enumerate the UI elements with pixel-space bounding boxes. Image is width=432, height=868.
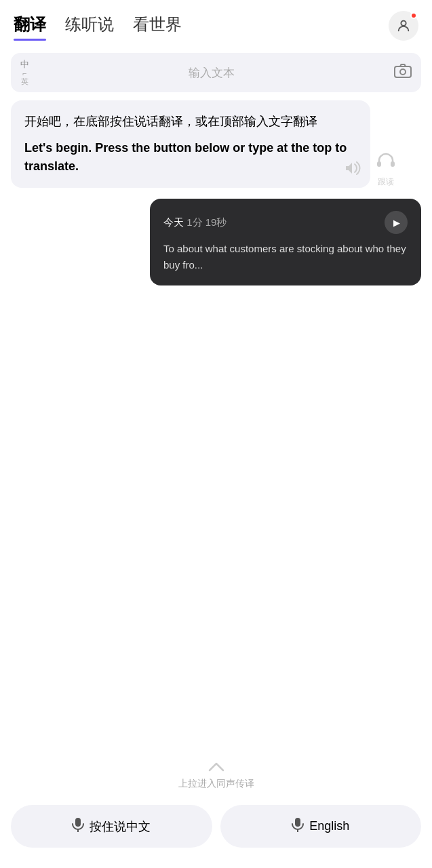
search-placeholder[interactable]: 输入文本 bbox=[36, 65, 387, 81]
speaker-icon[interactable] bbox=[345, 161, 361, 178]
follow-read-area[interactable]: 跟读 bbox=[376, 151, 396, 188]
headphone-icon bbox=[376, 151, 396, 174]
profile-icon bbox=[396, 18, 411, 33]
talk-chinese-button[interactable]: 按住说中文 bbox=[11, 805, 212, 848]
svg-rect-7 bbox=[295, 818, 300, 827]
svg-rect-3 bbox=[377, 161, 381, 167]
pull-up-area[interactable]: 上拉进入同声传译 bbox=[0, 747, 432, 797]
language-indicator: 中 ⌐ 英 bbox=[20, 60, 29, 85]
svg-rect-1 bbox=[395, 66, 411, 77]
welcome-chinese-text: 开始吧，在底部按住说话翻译，或在顶部输入文字翻译 bbox=[24, 113, 357, 131]
svg-point-0 bbox=[401, 21, 406, 26]
welcome-bubble-row: 开始吧，在底部按住说话翻译，或在顶部输入文字翻译 Let's begin. Pr… bbox=[11, 100, 421, 188]
svg-rect-4 bbox=[391, 161, 395, 167]
talk-english-button[interactable]: English bbox=[220, 805, 422, 848]
camera-icon[interactable] bbox=[394, 63, 412, 82]
recording-bubble: 今天 1分 19秒 To about what customers are st… bbox=[150, 199, 421, 285]
message-area: 开始吧，在底部按住说话翻译，或在顶部输入文字翻译 Let's begin. Pr… bbox=[0, 100, 432, 747]
header: 翻译 练听说 看世界 bbox=[0, 0, 432, 46]
tab-listen[interactable]: 练听说 bbox=[65, 14, 114, 38]
welcome-english-text: Let's begin. Press the button below or t… bbox=[24, 139, 357, 176]
tab-world[interactable]: 看世界 bbox=[133, 14, 182, 38]
svg-point-2 bbox=[400, 69, 406, 75]
recording-duration: 1分 19秒 bbox=[186, 216, 227, 228]
talk-english-label: English bbox=[309, 819, 349, 833]
tab-translate[interactable]: 翻译 bbox=[14, 14, 46, 38]
mic-chinese-icon bbox=[72, 817, 84, 835]
recording-time: 今天 1分 19秒 bbox=[163, 216, 227, 229]
profile-button[interactable] bbox=[389, 11, 418, 41]
search-bar[interactable]: 中 ⌐ 英 输入文本 bbox=[11, 53, 421, 92]
bottom-bar: 按住说中文 English bbox=[0, 797, 432, 868]
play-button[interactable] bbox=[385, 211, 408, 234]
welcome-bubble: 开始吧，在底部按住说话翻译，或在顶部输入文字翻译 Let's begin. Pr… bbox=[11, 100, 370, 188]
lang-zh: 中 bbox=[20, 60, 29, 69]
recording-bubble-header: 今天 1分 19秒 bbox=[163, 211, 408, 234]
lang-separator: ⌐ bbox=[22, 69, 26, 77]
talk-chinese-label: 按住说中文 bbox=[90, 818, 151, 835]
nav-tabs: 翻译 练听说 看世界 bbox=[14, 14, 389, 38]
chevron-up-icon bbox=[208, 760, 224, 774]
follow-read-label: 跟读 bbox=[378, 176, 394, 188]
svg-rect-5 bbox=[75, 818, 81, 827]
mic-english-icon bbox=[292, 817, 304, 835]
notification-dot bbox=[410, 12, 417, 19]
pull-up-label: 上拉进入同声传译 bbox=[178, 778, 254, 790]
lang-en: 英 bbox=[21, 77, 28, 85]
recording-content: To about what customers are stocking abo… bbox=[163, 241, 408, 273]
